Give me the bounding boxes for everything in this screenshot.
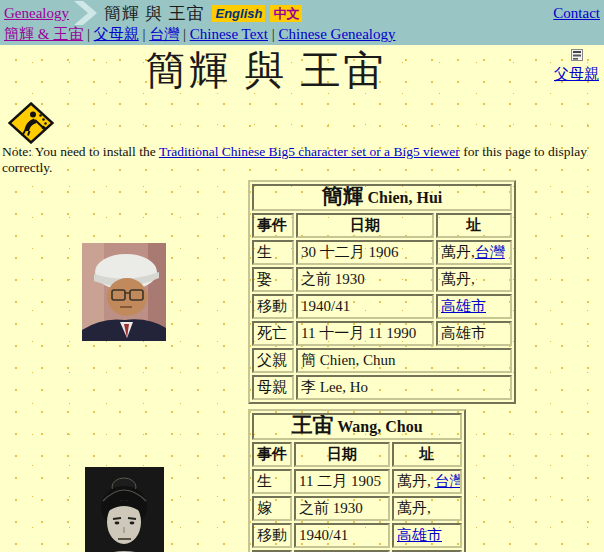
parents-link[interactable]: 父母親 (554, 66, 599, 83)
construction-sign-icon (8, 102, 54, 144)
date-cell: 30 十二月 1906 (296, 240, 434, 265)
table-header-row: 王宙 Wang, Chou (252, 413, 462, 440)
event-cell: 移動 (252, 294, 294, 319)
place-link[interactable]: 高雄市 (397, 527, 442, 543)
father-label: 父親 (252, 348, 294, 373)
person1-name-en: Chien, Hui (368, 189, 443, 206)
person1-name-header: 簡輝 Chien, Hui (252, 184, 512, 211)
nav-link-1[interactable]: 簡輝 & 王宙 (4, 26, 83, 42)
person1-table: 簡輝 Chien, Hui 事件 日期 址 生30 十二月 1906萬丹,台灣娶… (248, 180, 516, 404)
page-header: 簡輝 與 王宙 父母親 (0, 45, 604, 101)
nav-link-5[interactable]: Chinese Genealogy (278, 26, 395, 42)
mother-row: 母親 李 Lee, Ho (252, 375, 512, 400)
date-cell: 11 十一月 11 1990 (296, 321, 434, 346)
nav-link-4[interactable]: Chinese Text (190, 26, 268, 42)
column-place: 址 (436, 213, 512, 238)
column-event: 事件 (252, 442, 292, 467)
table-row: 生30 十二月 1906萬丹,台灣 (252, 240, 512, 265)
place-cell: 高雄市 (436, 321, 512, 346)
table-row: 死亡11 十一月 11 1990高雄市 (252, 321, 512, 346)
top-navigation-bar: Genealogy 簡輝 與 王宙 English 中文 Contact 簡輝 … (0, 0, 604, 45)
table-row: 嫁之前 1930萬丹, (252, 496, 462, 521)
table-row: 生11 二月 1905萬丹, 台灣 (252, 469, 462, 494)
parents-link-box: 父母親 (554, 48, 599, 82)
event-cell: 嫁 (252, 496, 292, 521)
father-value: 簡 Chien, Chun (296, 348, 512, 373)
person2-table: 王宙 Wang, Chou 事件 日期 址 生11 二月 1905萬丹, 台灣嫁… (248, 409, 466, 552)
person2-name-header: 王宙 Wang, Chou (252, 413, 462, 440)
event-cell: 生 (252, 469, 292, 494)
person1-photo-cell (0, 243, 248, 341)
breadcrumb-arrow-icon (73, 1, 98, 25)
column-header-row: 事件 日期 址 (252, 442, 462, 467)
date-cell: 之前 1930 (294, 496, 390, 521)
contact-link[interactable]: Contact (553, 5, 600, 22)
nav-link-3[interactable]: 台灣 (149, 26, 179, 42)
date-cell: 11 二月 1905 (294, 469, 390, 494)
topbar-page-title: 簡輝 與 王宙 (104, 2, 205, 25)
event-cell: 生 (252, 240, 294, 265)
genealogy-home-link[interactable]: Genealogy (4, 5, 69, 22)
nav-separator: | (268, 26, 279, 42)
place-cell: 高雄市 (392, 523, 462, 548)
main-content: 簡輝 Chien, Hui 事件 日期 址 生30 十二月 1906萬丹,台灣娶… (0, 180, 604, 552)
mother-label: 母親 (252, 375, 294, 400)
place-cell: 萬丹,台灣 (436, 240, 512, 265)
date-cell: 1940/41 (296, 294, 434, 319)
event-cell: 移動 (252, 523, 292, 548)
person2-section: 王宙 Wang, Chou 事件 日期 址 生11 二月 1905萬丹, 台灣嫁… (0, 409, 604, 552)
place-cell: 萬丹, 台灣 (392, 469, 462, 494)
person1-name-zh: 簡輝 (322, 184, 364, 208)
mother-value: 李 Lee, Ho (296, 375, 512, 400)
column-header-row: 事件 日期 址 (252, 213, 512, 238)
column-place: 址 (392, 442, 462, 467)
nav-link-2[interactable]: 父母親 (94, 26, 139, 42)
column-event: 事件 (252, 213, 294, 238)
place-link[interactable]: 台灣 (475, 244, 505, 260)
column-date: 日期 (294, 442, 390, 467)
big5-note: Note: You need to install the Traditiona… (2, 144, 594, 175)
place-cell: 萬丹, (436, 267, 512, 292)
language-chinese-button[interactable]: 中文 (270, 5, 302, 22)
secondary-nav: 簡輝 & 王宙 | 父母親 | 台灣 | Chinese Text | Chin… (4, 25, 600, 45)
place-cell: 高雄市 (436, 294, 512, 319)
topbar-primary-row: Genealogy 簡輝 與 王宙 English 中文 Contact (4, 2, 600, 24)
nav-separator: | (83, 26, 94, 42)
date-cell: 之前 1930 (296, 267, 434, 292)
place-cell: 萬丹, (392, 496, 462, 521)
table-row: 移動1940/41高雄市 (252, 294, 512, 319)
person2-name-zh: 王宙 (291, 413, 333, 437)
father-row: 父親 簡 Chien, Chun (252, 348, 512, 373)
parents-icon (569, 48, 585, 66)
page-title: 簡輝 與 王宙 (0, 45, 604, 96)
nav-separator: | (139, 26, 150, 42)
event-cell: 死亡 (252, 321, 294, 346)
person1-section: 簡輝 Chien, Hui 事件 日期 址 生30 十二月 1906萬丹,台灣娶… (0, 180, 604, 404)
photo-wang-chou (85, 467, 164, 552)
table-row: 娶之前 1930萬丹, (252, 267, 512, 292)
note-text-before: Note: You need to install the (2, 144, 159, 159)
table-header-row: 簡輝 Chien, Hui (252, 184, 512, 211)
person2-photo-cell (0, 467, 248, 552)
table-row: 移動1940/41高雄市 (252, 523, 462, 548)
place-link[interactable]: 台灣 (435, 473, 463, 489)
nav-separator: | (179, 26, 190, 42)
column-date: 日期 (296, 213, 434, 238)
big5-viewer-link[interactable]: Traditional Chinese Big5 character set o… (159, 144, 460, 159)
person2-name-en: Wang, Chou (337, 418, 422, 435)
language-english-button[interactable]: English (212, 5, 265, 22)
place-link[interactable]: 高雄市 (441, 298, 486, 314)
event-cell: 娶 (252, 267, 294, 292)
date-cell: 1940/41 (294, 523, 390, 548)
photo-chien-hui (82, 243, 166, 341)
